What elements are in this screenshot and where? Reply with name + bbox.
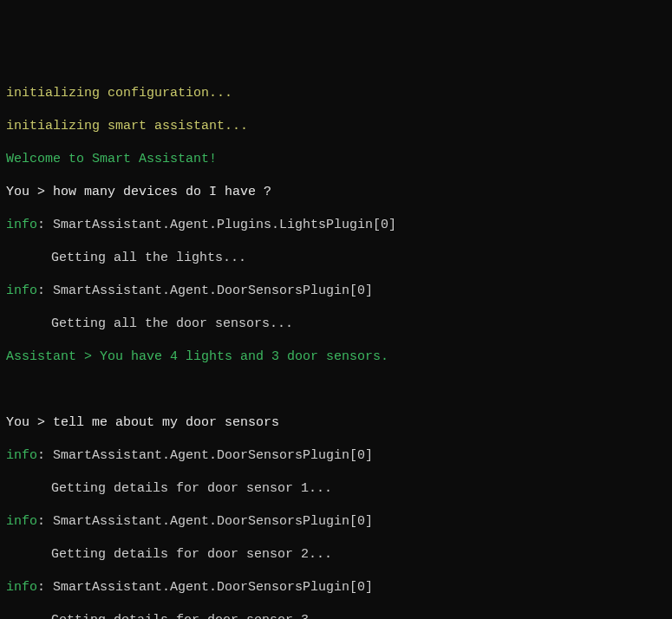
log-source: : SmartAssistant.Agent.DoorSensorsPlugin… [37, 448, 373, 463]
assistant-reply: Assistant > You have 4 lights and 3 door… [6, 349, 666, 365]
log-source: : SmartAssistant.Agent.DoorSensorsPlugin… [37, 514, 373, 529]
log-message: Getting details for door sensor 1... [6, 480, 666, 497]
info-label: info [6, 218, 37, 232]
log-line: info: SmartAssistant.Agent.Plugins.Light… [6, 217, 666, 233]
user-input-line: You > how many devices do I have ? [6, 184, 666, 200]
assistant-prompt: Assistant > [6, 349, 100, 364]
info-label: info [6, 514, 37, 529]
user-input-line: You > tell me about my door sensors [6, 414, 666, 431]
user-text: tell me about my door sensors [53, 415, 279, 430]
you-prompt: You > [6, 185, 53, 199]
log-message: Getting details for door sensor 2... [6, 546, 666, 563]
log-message: Getting details for door sensor 3... [6, 612, 666, 619]
terminal-output: initializing configuration... initializi… [6, 68, 666, 619]
blank-line [6, 381, 666, 398]
info-label: info [6, 283, 37, 298]
user-text: how many devices do I have ? [53, 185, 271, 199]
you-prompt: You > [6, 415, 53, 430]
log-line: info: SmartAssistant.Agent.DoorSensorsPl… [6, 513, 666, 530]
welcome-line: Welcome to Smart Assistant! [6, 151, 666, 167]
init-line: initializing configuration... [6, 85, 666, 101]
info-label: info [6, 580, 37, 595]
log-source: : SmartAssistant.Agent.DoorSensorsPlugin… [37, 580, 373, 595]
info-label: info [6, 448, 37, 463]
log-source: : SmartAssistant.Agent.Plugins.LightsPlu… [37, 218, 396, 232]
log-line: info: SmartAssistant.Agent.DoorSensorsPl… [6, 283, 666, 299]
log-source: : SmartAssistant.Agent.DoorSensorsPlugin… [37, 283, 373, 298]
log-line: info: SmartAssistant.Agent.DoorSensorsPl… [6, 447, 666, 464]
init-line: initializing smart assistant... [6, 118, 666, 134]
log-message: Getting all the door sensors... [6, 316, 666, 332]
log-line: info: SmartAssistant.Agent.DoorSensorsPl… [6, 579, 666, 596]
reply-text: You have 4 lights and 3 door sensors. [100, 349, 388, 364]
log-message: Getting all the lights... [6, 250, 666, 266]
